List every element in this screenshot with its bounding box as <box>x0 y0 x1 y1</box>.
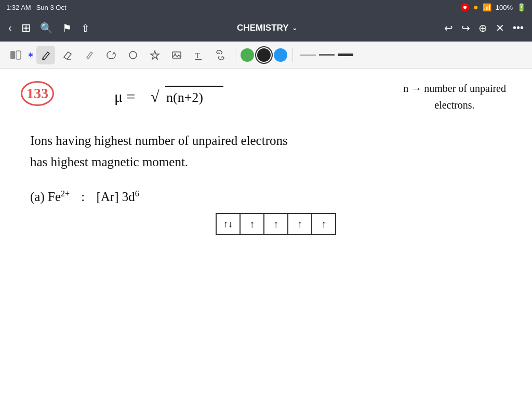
line-thick[interactable] <box>338 54 353 56</box>
orbital-box-3: ↑ <box>263 213 288 235</box>
nav-bar: ‹ ⊞ 🔍 ⚑ ⇧ CHEMISTRY ⌄ ↩ ↪ ⊕ ✕ ••• <box>0 15 532 42</box>
svg-rect-5 <box>172 52 181 58</box>
image-btn[interactable] <box>167 46 186 64</box>
page-number: 133 <box>21 81 54 106</box>
wifi-icon: 📶 <box>483 3 491 11</box>
doc-title: CHEMISTRY <box>237 23 289 33</box>
highlighter-btn[interactable] <box>80 46 99 64</box>
svg-rect-8 <box>195 59 202 60</box>
svg-text:n(n+2): n(n+2) <box>166 90 203 105</box>
question-label: (a) Fe2+ : [Ar] 3d6 <box>30 189 139 204</box>
status-right: ● 📶 100% 🔋 <box>461 3 526 12</box>
share-icon[interactable]: ⇧ <box>81 22 90 34</box>
fe-superscript: 2+ <box>61 189 70 198</box>
config-superscript: 6 <box>135 189 139 198</box>
add-page-button[interactable]: ⊕ <box>478 22 487 34</box>
svg-marker-4 <box>151 51 159 59</box>
orbital-boxes: ↑↓ ↑ ↑ ↑ ↑ <box>216 213 336 235</box>
svg-rect-1 <box>16 51 21 59</box>
svg-text:T: T <box>195 52 200 60</box>
status-left: 1:32 AM Sun 3 Oct <box>6 4 66 11</box>
orbital-box-2: ↑ <box>240 213 264 235</box>
lasso-btn[interactable] <box>102 46 121 64</box>
more-button[interactable]: ••• <box>513 22 524 34</box>
dot-icon: ● <box>473 3 478 12</box>
svg-text:μ =: μ = <box>114 88 136 105</box>
record-icon <box>461 3 469 11</box>
color-blue[interactable] <box>274 48 287 62</box>
n-definition: n → number of unpaired electrons. <box>403 80 506 113</box>
undo-button[interactable]: ↩ <box>444 22 453 34</box>
bookmark-icon[interactable]: ⚑ <box>62 22 72 34</box>
text-btn[interactable]: T <box>189 46 208 64</box>
formula-display: μ = √ n(n+2) <box>114 82 249 113</box>
nav-left: ‹ ⊞ 🔍 ⚑ ⇧ <box>8 21 90 35</box>
nav-center: CHEMISTRY ⌄ <box>237 23 297 33</box>
separator-2 <box>292 48 293 62</box>
svg-point-3 <box>129 51 137 59</box>
redo-button[interactable]: ↪ <box>461 22 470 34</box>
search-icon[interactable]: 🔍 <box>40 22 53 34</box>
battery-percent: 100% <box>496 4 513 11</box>
config-text: [Ar] 3d <box>96 190 135 204</box>
status-bar: 1:32 AM Sun 3 Oct ● 📶 100% 🔋 <box>0 0 532 15</box>
shape-btn[interactable] <box>124 46 142 64</box>
line-thin[interactable] <box>300 55 316 56</box>
color-green[interactable] <box>241 48 254 62</box>
date: Sun 3 Oct <box>36 4 66 11</box>
color-black[interactable] <box>257 48 271 62</box>
sidebar-toggle-btn[interactable] <box>6 46 25 64</box>
paragraph-text: Ions having highest number of unpaired e… <box>30 130 288 173</box>
toolbar: ✱ T <box>0 42 532 69</box>
eraser-btn[interactable] <box>58 46 77 64</box>
grid-icon[interactable]: ⊞ <box>21 21 31 35</box>
nav-right: ↩ ↪ ⊕ ✕ ••• <box>444 22 524 34</box>
star-btn[interactable] <box>145 46 164 64</box>
content-area: 133 μ = √ n(n+2) n → number of unpaired … <box>0 69 532 399</box>
separator-1 <box>235 48 235 62</box>
orbital-box-5: ↑ <box>311 213 336 235</box>
title-chevron[interactable]: ⌄ <box>292 24 297 32</box>
link-btn[interactable] <box>211 46 230 64</box>
svg-rect-0 <box>10 51 15 59</box>
orbital-box-1: ↑↓ <box>216 213 241 235</box>
line-medium[interactable] <box>319 54 335 56</box>
back-button[interactable]: ‹ <box>8 22 12 34</box>
battery-icon: 🔋 <box>517 3 526 11</box>
bluetooth-icon: ✱ <box>28 51 33 59</box>
pen-btn[interactable] <box>36 46 55 64</box>
orbital-box-4: ↑ <box>287 213 312 235</box>
time: 1:32 AM <box>6 4 31 11</box>
orbital-boxes-container: ↑↓ ↑ ↑ ↑ ↑ <box>216 213 336 235</box>
svg-text:√: √ <box>151 88 159 105</box>
close-button[interactable]: ✕ <box>496 22 504 34</box>
